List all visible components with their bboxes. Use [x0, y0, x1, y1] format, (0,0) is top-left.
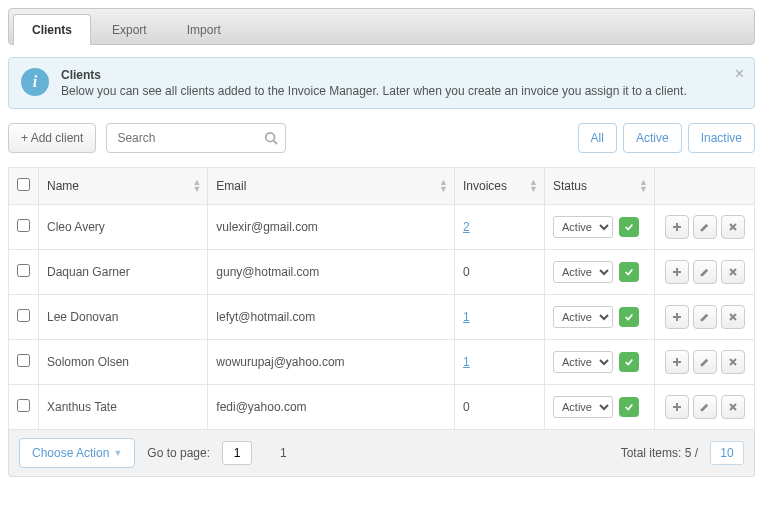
tab-import[interactable]: Import: [168, 14, 240, 45]
delete-icon[interactable]: [721, 395, 745, 419]
header-email[interactable]: Email ▲▼: [208, 168, 455, 205]
edit-icon[interactable]: [693, 260, 717, 284]
footer-bar: Choose Action ▼ Go to page: 1 Total item…: [8, 430, 755, 477]
row-name: Cleo Avery: [39, 205, 208, 250]
invoice-count-link[interactable]: 2: [463, 220, 470, 234]
row-name: Lee Donovan: [39, 295, 208, 340]
row-checkbox-cell: [9, 250, 39, 295]
row-checkbox[interactable]: [17, 309, 30, 322]
sort-icon: ▲▼: [192, 179, 201, 193]
bulk-action-dropdown[interactable]: Choose Action ▼: [19, 438, 135, 468]
row-actions-cell: [655, 205, 755, 250]
total-items-label: Total items: 5 /: [621, 446, 698, 460]
filter-all-button[interactable]: All: [578, 123, 617, 153]
row-checkbox[interactable]: [17, 219, 30, 232]
row-name: Xanthus Tate: [39, 385, 208, 430]
confirm-status-button[interactable]: [619, 262, 639, 282]
row-status-cell: ActiveInactive: [545, 250, 655, 295]
row-invoices: 2: [455, 205, 545, 250]
row-checkbox-cell: [9, 205, 39, 250]
search-wrap: [106, 123, 286, 153]
close-icon[interactable]: ×: [735, 66, 744, 82]
select-all-checkbox[interactable]: [17, 178, 30, 191]
edit-icon[interactable]: [693, 215, 717, 239]
row-actions-cell: [655, 295, 755, 340]
row-checkbox-cell: [9, 295, 39, 340]
status-select[interactable]: ActiveInactive: [553, 396, 613, 418]
header-status-label: Status: [553, 179, 587, 193]
invoice-count: 0: [463, 400, 470, 414]
row-invoices: 1: [455, 340, 545, 385]
edit-icon[interactable]: [693, 395, 717, 419]
current-page-indicator: 1: [280, 446, 287, 460]
header-name[interactable]: Name ▲▼: [39, 168, 208, 205]
row-checkbox[interactable]: [17, 354, 30, 367]
delete-icon[interactable]: [721, 350, 745, 374]
row-actions-cell: [655, 250, 755, 295]
search-input[interactable]: [106, 123, 286, 153]
row-status-cell: ActiveInactive: [545, 340, 655, 385]
status-select[interactable]: ActiveInactive: [553, 351, 613, 373]
delete-icon[interactable]: [721, 260, 745, 284]
header-invoices[interactable]: Invoices ▲▼: [455, 168, 545, 205]
status-filter-group: All Active Inactive: [578, 123, 755, 153]
header-actions: [655, 168, 755, 205]
row-checkbox-cell: [9, 385, 39, 430]
sort-icon: ▲▼: [439, 179, 448, 193]
invoice-count: 0: [463, 265, 470, 279]
page-input[interactable]: [222, 441, 252, 465]
table-row: Daquan Garnerguny@hotmail.com0ActiveInac…: [9, 250, 755, 295]
row-email: lefyt@hotmail.com: [208, 295, 455, 340]
delete-icon[interactable]: [721, 215, 745, 239]
status-select[interactable]: ActiveInactive: [553, 216, 613, 238]
add-icon[interactable]: [665, 395, 689, 419]
confirm-status-button[interactable]: [619, 352, 639, 372]
filter-active-button[interactable]: Active: [623, 123, 682, 153]
header-status[interactable]: Status ▲▼: [545, 168, 655, 205]
status-select[interactable]: ActiveInactive: [553, 261, 613, 283]
add-icon[interactable]: [665, 260, 689, 284]
add-icon[interactable]: [665, 350, 689, 374]
tab-export[interactable]: Export: [93, 14, 166, 45]
table-row: Xanthus Tatefedi@yahoo.com0ActiveInactiv…: [9, 385, 755, 430]
per-page-input[interactable]: [710, 441, 744, 465]
bulk-action-label: Choose Action: [32, 446, 109, 460]
table-row: Lee Donovanlefyt@hotmail.com1ActiveInact…: [9, 295, 755, 340]
add-icon[interactable]: [665, 305, 689, 329]
row-status-cell: ActiveInactive: [545, 205, 655, 250]
confirm-status-button[interactable]: [619, 307, 639, 327]
info-title: Clients: [61, 68, 687, 82]
table-row: Solomon Olsenwowurupaj@yahoo.com1ActiveI…: [9, 340, 755, 385]
invoice-count-link[interactable]: 1: [463, 310, 470, 324]
invoice-count-link[interactable]: 1: [463, 355, 470, 369]
header-invoices-label: Invoices: [463, 179, 507, 193]
info-description: Below you can see all clients added to t…: [61, 84, 687, 98]
filter-inactive-button[interactable]: Inactive: [688, 123, 755, 153]
info-panel: i Clients Below you can see all clients …: [8, 57, 755, 109]
sort-icon: ▲▼: [639, 179, 648, 193]
row-checkbox[interactable]: [17, 399, 30, 412]
row-checkbox-cell: [9, 340, 39, 385]
row-actions-cell: [655, 385, 755, 430]
row-email: wowurupaj@yahoo.com: [208, 340, 455, 385]
chevron-down-icon: ▼: [113, 448, 122, 458]
confirm-status-button[interactable]: [619, 217, 639, 237]
row-status-cell: ActiveInactive: [545, 295, 655, 340]
toolbar: + Add client All Active Inactive: [8, 123, 755, 153]
status-select[interactable]: ActiveInactive: [553, 306, 613, 328]
add-client-button[interactable]: + Add client: [8, 123, 96, 153]
edit-icon[interactable]: [693, 350, 717, 374]
tab-clients[interactable]: Clients: [13, 14, 91, 45]
row-status-cell: ActiveInactive: [545, 385, 655, 430]
delete-icon[interactable]: [721, 305, 745, 329]
row-email: vulexir@gmail.com: [208, 205, 455, 250]
sort-icon: ▲▼: [529, 179, 538, 193]
add-icon[interactable]: [665, 215, 689, 239]
confirm-status-button[interactable]: [619, 397, 639, 417]
row-invoices: 0: [455, 385, 545, 430]
go-to-page-label: Go to page:: [147, 446, 210, 460]
row-checkbox[interactable]: [17, 264, 30, 277]
header-name-label: Name: [47, 179, 79, 193]
edit-icon[interactable]: [693, 305, 717, 329]
row-invoices: 0: [455, 250, 545, 295]
